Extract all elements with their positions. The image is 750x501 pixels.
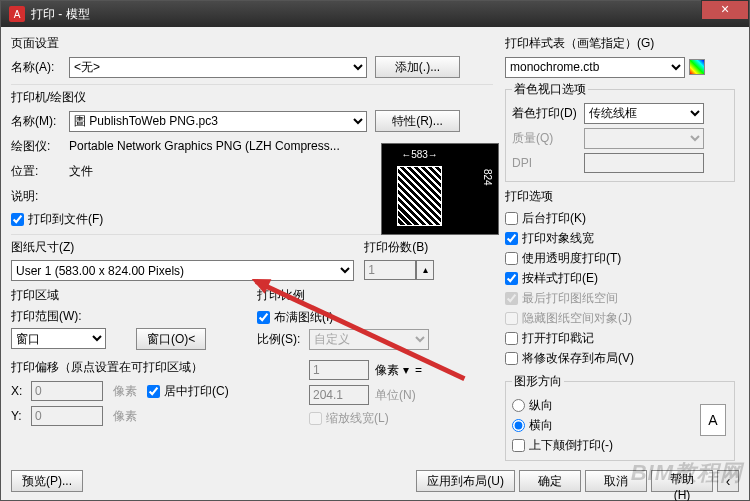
opt-transparency-label: 使用透明度打印(T) xyxy=(522,250,621,267)
plotter-value: Portable Network Graphics PNG (LZH Compr… xyxy=(69,139,340,153)
preview-width-label: ←583→ xyxy=(397,149,442,160)
opt-lineweights-label: 打印对象线宽 xyxy=(522,230,594,247)
upside-down-label: 上下颠倒打印(-) xyxy=(529,437,613,454)
autocad-logo-icon: A xyxy=(9,6,25,22)
preview-height-label: 824 xyxy=(482,169,493,186)
opt-lineweights-checkbox[interactable] xyxy=(505,232,518,245)
landscape-label: 横向 xyxy=(529,417,553,434)
orientation-preview-icon: A xyxy=(700,404,726,436)
style-table-select[interactable]: monochrome.ctb xyxy=(505,57,685,78)
scale-lineweights-label: 缩放线宽(L) xyxy=(326,410,389,427)
footer: 预览(P)... 应用到布局(U) 确定 取消 帮助(H) ‹ xyxy=(11,470,739,492)
right-column: 打印样式表（画笔指定）(G) monochrome.ctb 着色视口选项 着色打… xyxy=(503,35,735,450)
scale-dropdown-icon: ▾ xyxy=(403,363,409,377)
opt-transparency-checkbox[interactable] xyxy=(505,252,518,265)
opt-plot-stamp-label: 打开打印戳记 xyxy=(522,330,594,347)
portrait-radio[interactable] xyxy=(512,399,525,412)
opt-paperspace-last-label: 最后打印图纸空间 xyxy=(522,290,618,307)
quality-select xyxy=(584,128,704,149)
opt-styles-checkbox[interactable] xyxy=(505,272,518,285)
offset-y-label: Y: xyxy=(11,409,31,423)
scale-num-input xyxy=(309,360,369,380)
scale-unit2: 单位(N) xyxy=(375,387,416,404)
upside-down-checkbox[interactable] xyxy=(512,439,525,452)
plotter-label: 绘图仪: xyxy=(11,138,69,155)
desc-label: 说明: xyxy=(11,188,69,205)
preview-button[interactable]: 预览(P)... xyxy=(11,470,83,492)
shade-plot-label: 着色打印(D) xyxy=(512,105,584,122)
scale-lineweights-checkbox xyxy=(309,412,322,425)
cancel-button[interactable]: 取消 xyxy=(585,470,647,492)
offset-x-unit: 像素 xyxy=(113,383,137,400)
options-title: 打印选项 xyxy=(505,188,735,205)
apply-layout-button[interactable]: 应用到布局(U) xyxy=(416,470,515,492)
viewport-title: 着色视口选项 xyxy=(512,81,588,98)
opt-background-checkbox[interactable] xyxy=(505,212,518,225)
dpi-label: DPI xyxy=(512,156,584,170)
center-plot-label: 居中打印(C) xyxy=(164,383,229,400)
preview-hatch-icon xyxy=(397,166,442,226)
close-button[interactable]: × xyxy=(701,0,749,20)
plot-to-file-label: 打印到文件(F) xyxy=(28,211,103,228)
fit-to-paper-checkbox[interactable] xyxy=(257,311,270,324)
ok-button[interactable]: 确定 xyxy=(519,470,581,492)
edit-style-table-icon[interactable] xyxy=(689,59,705,75)
orientation-title: 图形方向 xyxy=(512,373,564,390)
where-label: 位置: xyxy=(11,163,69,180)
name-label: 名称(A): xyxy=(11,59,69,76)
window-pick-button[interactable]: 窗口(O)< xyxy=(136,328,206,350)
scale-equals: = xyxy=(415,363,422,377)
page-setup-name-select[interactable]: <无> xyxy=(69,57,367,78)
paper-preview: ←583→ 824 xyxy=(381,143,499,235)
center-plot-checkbox[interactable] xyxy=(147,385,160,398)
help-button[interactable]: 帮助(H) xyxy=(651,470,713,492)
where-value: 文件 xyxy=(69,163,93,180)
orientation-fieldset: 图形方向 纵向 横向 上下颠倒打印(-) A xyxy=(505,373,735,461)
opt-background-label: 后台打印(K) xyxy=(522,210,586,227)
paper-size-select[interactable]: User 1 (583.00 x 824.00 Pixels) xyxy=(11,260,354,281)
copies-title: 打印份数(B) xyxy=(364,239,493,256)
quality-label: 质量(Q) xyxy=(512,130,584,147)
printer-title: 打印机/绘图仪 xyxy=(11,89,493,106)
scale-unit1: 像素 xyxy=(375,362,399,379)
opt-styles-label: 按样式打印(E) xyxy=(522,270,598,287)
plot-offset-title: 打印偏移（原点设置在可打印区域） xyxy=(11,359,247,376)
what-to-plot-select[interactable]: 窗口 xyxy=(11,328,106,349)
style-table-title: 打印样式表（画笔指定）(G) xyxy=(505,35,735,52)
shade-plot-select[interactable]: 传统线框 xyxy=(584,103,704,124)
scale-denom-input xyxy=(309,385,369,405)
opt-hide-paperspace-label: 隐藏图纸空间对象(J) xyxy=(522,310,632,327)
what-to-plot-label: 打印范围(W): xyxy=(11,308,247,325)
title-text: 打印 - 模型 xyxy=(31,6,90,23)
offset-y-input xyxy=(31,406,103,426)
opt-save-layout-checkbox[interactable] xyxy=(505,352,518,365)
viewport-fieldset: 着色视口选项 着色打印(D)传统线框 质量(Q) DPI xyxy=(505,81,735,182)
plot-to-file-checkbox[interactable] xyxy=(11,213,24,226)
left-column: 页面设置 名称(A): <无> 添加(.)... 打印机/绘图仪 名称(M): … xyxy=(11,35,503,450)
printer-name-label: 名称(M): xyxy=(11,113,69,130)
opt-save-layout-label: 将修改保存到布局(V) xyxy=(522,350,634,367)
dpi-input xyxy=(584,153,704,173)
collapse-button[interactable]: ‹ xyxy=(717,470,739,492)
offset-y-unit: 像素 xyxy=(113,408,137,425)
add-page-setup-button[interactable]: 添加(.)... xyxy=(375,56,460,78)
plot-area-title: 打印区域 xyxy=(11,287,247,304)
copies-spinner: ▴ xyxy=(416,260,434,280)
page-setup-group: 页面设置 名称(A): <无> 添加(.)... xyxy=(11,35,493,78)
print-dialog: A 打印 - 模型 × 页面设置 名称(A): <无> 添加(.)... 打印机… xyxy=(0,0,750,501)
paper-size-title: 图纸尺寸(Z) xyxy=(11,239,354,256)
offset-x-label: X: xyxy=(11,384,31,398)
page-setup-title: 页面设置 xyxy=(11,35,493,52)
printer-props-button[interactable]: 特性(R)... xyxy=(375,110,460,132)
offset-x-input xyxy=(31,381,103,401)
portrait-label: 纵向 xyxy=(529,397,553,414)
titlebar: A 打印 - 模型 × xyxy=(1,1,749,27)
landscape-radio[interactable] xyxy=(512,419,525,432)
copies-input xyxy=(364,260,416,280)
opt-paperspace-last-checkbox xyxy=(505,292,518,305)
opt-hide-paperspace-checkbox xyxy=(505,312,518,325)
printer-name-select[interactable]: 圕 PublishToWeb PNG.pc3 xyxy=(69,111,367,132)
scale-label: 比例(S): xyxy=(257,331,309,348)
opt-plot-stamp-checkbox[interactable] xyxy=(505,332,518,345)
